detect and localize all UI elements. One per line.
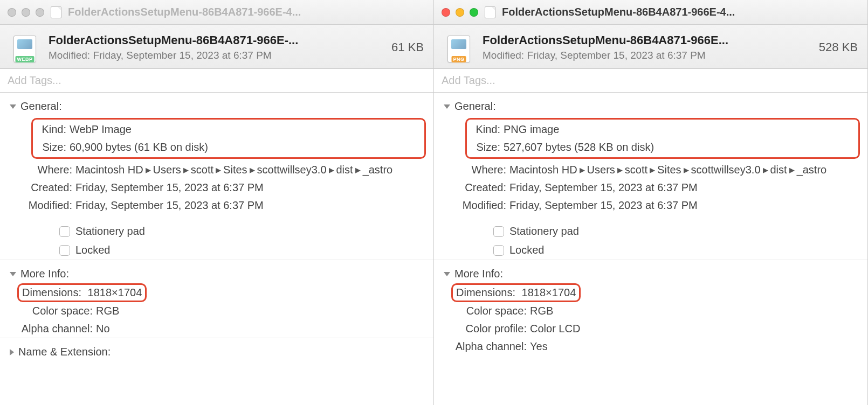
tags-input[interactable] [8, 74, 426, 87]
locked-checkbox[interactable] [493, 245, 504, 256]
locked-label: Locked [509, 244, 545, 256]
stationery-pad-row[interactable]: Stationery pad [434, 222, 867, 241]
locked-row[interactable]: Locked [434, 241, 867, 260]
chevron-down-icon [10, 104, 16, 109]
close-button[interactable] [442, 8, 450, 17]
name-extension-label: Name & Extension: [18, 346, 111, 358]
name-extension-section-header[interactable]: Name & Extension: [0, 338, 433, 361]
kind-row: Kind: WebP Image [34, 121, 423, 138]
window-title: FolderActionsSetupMenu-86B4A871-966E-4..… [68, 6, 426, 18]
file-modified-summary: Modified: Friday, September 15, 2023 at … [483, 50, 810, 61]
proxy-document-icon[interactable] [51, 6, 61, 18]
general-label: General: [454, 100, 496, 113]
file-name: FolderActionsSetupMenu-86B4A871-966E... [483, 33, 810, 47]
file-size-summary: 528 KB [819, 40, 858, 54]
titlebar[interactable]: FolderActionsSetupMenu-86B4A871-966E-4..… [0, 0, 433, 25]
kind-row: Kind: PNG image [468, 121, 857, 138]
stationery-pad-checkbox[interactable] [59, 226, 70, 237]
file-name: FolderActionsSetupMenu-86B4A871-966E-... [49, 33, 383, 47]
chevron-down-icon [444, 104, 450, 109]
colorprofile-row: Color profile: Color LCD [434, 320, 867, 338]
chevron-down-icon [444, 272, 450, 276]
traffic-lights [8, 8, 44, 17]
where-path: Macintosh HD▸Users▸scott▸Sites▸scottwill… [509, 162, 858, 178]
colorspace-row: Color space: RGB [434, 302, 867, 320]
moreinfo-label: More Info: [454, 268, 503, 280]
info-window-png: FolderActionsSetupMenu-86B4A871-966E-4..… [434, 0, 868, 405]
tags-input[interactable] [442, 74, 860, 87]
file-header: WEBP FolderActionsSetupMenu-86B4A871-966… [0, 25, 433, 68]
zoom-button[interactable] [36, 8, 44, 17]
moreinfo-section-header[interactable]: More Info: [0, 260, 433, 283]
where-row: Where: Macintosh HD▸Users▸scott▸Sites▸sc… [434, 161, 867, 179]
highlight-kind-size: Kind: PNG image Size: 527,607 bytes (528… [465, 118, 860, 159]
stationery-pad-label: Stationery pad [509, 225, 579, 238]
colorspace-row: Color space: RGB [0, 302, 433, 320]
file-badge: WEBP [16, 56, 35, 62]
zoom-button[interactable] [470, 8, 478, 17]
stationery-pad-checkbox[interactable] [493, 226, 504, 237]
alpha-row: Alpha channel: Yes [434, 338, 867, 355]
size-row: Size: 527,607 bytes (528 KB on disk) [468, 138, 857, 156]
file-type-icon: PNG [444, 32, 474, 62]
minimize-button[interactable] [456, 8, 464, 17]
file-header: PNG FolderActionsSetupMenu-86B4A871-966E… [434, 25, 867, 68]
tags-field[interactable] [0, 68, 433, 93]
locked-checkbox[interactable] [59, 245, 70, 256]
alpha-row: Alpha channel: No [0, 320, 433, 338]
file-size-summary: 61 KB [391, 40, 424, 54]
created-row: Created: Friday, September 15, 2023 at 6… [434, 179, 867, 197]
size-row: Size: 60,900 bytes (61 KB on disk) [34, 138, 423, 156]
window-title: FolderActionsSetupMenu-86B4A871-966E-4..… [502, 6, 860, 18]
general-label: General: [20, 100, 62, 113]
file-modified-summary: Modified: Friday, September 15, 2023 at … [49, 50, 383, 61]
locked-row[interactable]: Locked [0, 241, 433, 260]
proxy-document-icon[interactable] [485, 6, 495, 18]
info-window-webp: FolderActionsSetupMenu-86B4A871-966E-4..… [0, 0, 434, 405]
stationery-pad-row[interactable]: Stationery pad [0, 222, 433, 241]
highlight-dimensions: Dimensions: 1818×1704 [17, 283, 147, 302]
close-button[interactable] [8, 8, 16, 17]
modified-row: Modified: Friday, September 15, 2023 at … [0, 197, 433, 214]
chevron-down-icon [10, 272, 16, 276]
where-row: Where: Macintosh HD▸Users▸scott▸Sites▸sc… [0, 161, 433, 179]
highlight-kind-size: Kind: WebP Image Size: 60,900 bytes (61 … [31, 118, 426, 159]
highlight-dimensions: Dimensions: 1818×1704 [451, 283, 581, 302]
minimize-button[interactable] [22, 8, 30, 17]
general-section-header[interactable]: General: [434, 93, 867, 116]
where-path: Macintosh HD▸Users▸scott▸Sites▸scottwill… [75, 162, 424, 178]
file-type-icon: WEBP [10, 32, 40, 62]
traffic-lights [442, 8, 478, 17]
tags-field[interactable] [434, 68, 867, 93]
chevron-right-icon [10, 349, 14, 355]
stationery-pad-label: Stationery pad [75, 225, 145, 238]
created-row: Created: Friday, September 15, 2023 at 6… [0, 179, 433, 197]
file-badge: PNG [451, 56, 466, 62]
moreinfo-section-header[interactable]: More Info: [434, 260, 867, 283]
titlebar[interactable]: FolderActionsSetupMenu-86B4A871-966E-4..… [434, 0, 867, 25]
info-content: General: Kind: WebP Image Size: 60,900 b… [0, 93, 433, 405]
locked-label: Locked [75, 244, 111, 256]
moreinfo-label: More Info: [20, 268, 69, 280]
general-section-header[interactable]: General: [0, 93, 433, 116]
info-content: General: Kind: PNG image Size: 527,607 b… [434, 93, 867, 405]
modified-row: Modified: Friday, September 15, 2023 at … [434, 197, 867, 214]
